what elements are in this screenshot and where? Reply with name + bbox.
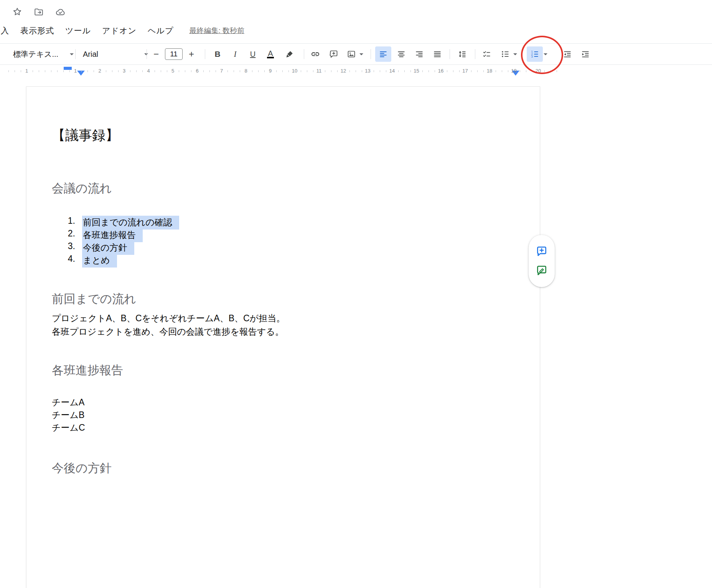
chevron-down-icon [144,53,148,55]
ruler-tick [130,70,130,72]
document-title-text[interactable]: 【議事録】 [52,126,524,144]
ruler-tick [167,70,167,72]
font-size-field[interactable]: 11 [165,48,183,60]
align-center-button[interactable] [393,46,409,62]
align-justify-button[interactable] [429,46,445,62]
bulleted-list-group[interactable] [497,46,522,62]
list-item[interactable]: 3. 今後の方針 [52,241,524,254]
add-comment-button[interactable] [326,46,342,62]
add-comment-floating-button[interactable] [535,245,548,258]
first-line-indent-marker[interactable] [64,67,72,70]
chevron-down-icon[interactable] [359,53,363,55]
ruler-tick [258,70,259,72]
left-indent-marker[interactable] [77,71,85,76]
numbered-list-group[interactable]: 123 [527,46,552,62]
ruler-tick [557,70,557,72]
selected-list-text[interactable]: 各班進捗報告 [82,228,143,242]
ruler-tick [282,70,283,72]
menu-item-tools[interactable]: ツール [65,25,91,36]
ruler-tick [526,70,526,72]
italic-button[interactable]: I [227,46,243,62]
ruler-tick [532,70,532,72]
team-line[interactable]: チームA [52,396,524,409]
list-item[interactable]: 2. 各班進捗報告 [52,228,524,241]
ruler-tick [118,70,119,72]
ruler-tick [550,70,551,72]
checklist-button[interactable] [479,46,495,62]
cloud-saved-icon[interactable] [54,6,66,18]
ruler-mark: 1 [25,68,28,74]
team-line[interactable]: チームB [52,409,524,421]
ruler-tick [544,70,545,72]
insert-image-button[interactable] [343,46,359,62]
ruler-tick [331,70,331,72]
paragraph-previous-flow[interactable]: プロジェクトA、B、CをそれぞれチームA、B、Cが担当。 各班プロジェクトを進め… [52,312,524,339]
paragraph-line[interactable]: プロジェクトA、B、CをそれぞれチームA、B、Cが担当。 [52,312,524,325]
ruler-tick [216,70,216,72]
highlight-color-button[interactable] [282,46,298,62]
decrease-indent-button[interactable] [559,46,575,62]
ruler-tick [453,70,453,72]
font-family-dropdown[interactable]: Arial [79,46,152,62]
text-color-button[interactable]: A [262,46,279,62]
list-number: 1. [52,216,75,226]
increase-font-size-button[interactable]: + [185,46,198,62]
chevron-down-icon[interactable] [513,53,517,55]
star-icon[interactable] [12,6,23,18]
menu-item-addons[interactable]: アドオン [102,25,137,36]
ruler-tick [234,70,234,72]
selected-list-text[interactable]: まとめ [82,254,117,268]
numbered-list-button[interactable]: 123 [527,46,543,62]
link-icon [311,50,320,59]
ruler-tick [483,70,484,72]
underline-button[interactable]: U [245,46,261,62]
ruler-tick [87,70,88,72]
bulleted-list-button[interactable] [497,46,513,62]
insert-image-group[interactable] [343,46,366,62]
suggest-edits-floating-button[interactable] [535,264,548,277]
agenda-numbered-list: 1. 前回までの流れの確認 2. 各班進捗報告 3. 今後の方針 4. まとめ [52,216,524,266]
increase-indent-button[interactable] [577,46,593,62]
paragraph-style-dropdown[interactable]: 標準テキス... [9,46,77,62]
line-spacing-button[interactable] [454,46,470,62]
ruler-tick [15,70,15,72]
ruler-tick [39,70,39,72]
list-number: 4. [52,254,75,264]
menu-item-insert-partial[interactable]: 入 [1,25,9,36]
ruler-mark: 1 [74,68,77,74]
heading-previous-flow[interactable]: 前回までの流れ [52,291,524,307]
chevron-down-icon[interactable] [544,53,547,55]
list-item[interactable]: 1. 前回までの流れの確認 [52,216,524,228]
ruler-tick [429,70,429,72]
toolbar-divider [304,49,304,59]
selected-list-text[interactable]: 前回までの流れの確認 [82,216,179,230]
ruler-tick [422,70,423,72]
document-page[interactable]: 【議事録】 会議の流れ 1. 前回までの流れの確認 2. 各班進捗報告 3. 今… [26,86,540,588]
ruler-tick [106,70,106,72]
ruler-tick [447,70,447,72]
last-edit-link[interactable]: 最終編集: 数秒前 [189,26,244,36]
align-right-button[interactable] [411,46,427,62]
heading-meeting-flow[interactable]: 会議の流れ [52,180,524,197]
ruler-tick [69,70,70,72]
heading-progress-report[interactable]: 各班進捗報告 [52,362,524,378]
heading-future-policy[interactable]: 今後の方針 [52,460,524,476]
paragraph-line[interactable]: 各班プロジェクトを進め、今回の会議で進捗を報告する。 [52,325,524,339]
ruler-tick [203,70,204,72]
bold-button[interactable]: B [209,46,226,62]
insert-link-button[interactable] [307,46,323,62]
team-line[interactable]: チームC [52,421,524,434]
ruler-tick [179,70,179,72]
comment-plus-icon [329,50,338,59]
align-left-button[interactable] [375,46,391,62]
menu-item-format[interactable]: 表示形式 [20,25,54,36]
checklist-icon [482,50,491,59]
ruler-tick [112,70,112,72]
selected-list-text[interactable]: 今後の方針 [82,241,134,255]
menu-item-help[interactable]: ヘルプ [148,25,173,36]
decrease-font-size-button[interactable]: − [150,46,163,62]
ruler-mark: 18 [487,68,492,74]
move-to-folder-icon[interactable] [33,6,44,18]
list-item[interactable]: 4. まとめ [52,254,524,266]
italic-glyph: I [234,50,237,59]
